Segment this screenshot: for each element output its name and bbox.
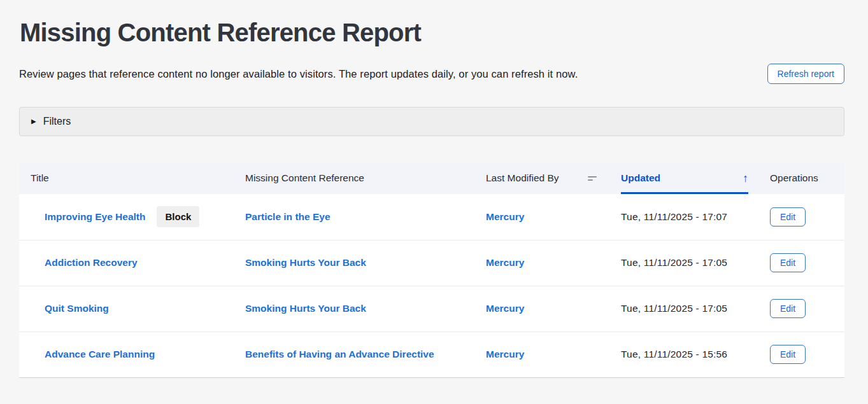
report-table: Title Missing Content Reference Last Mod… [19, 162, 844, 378]
block-badge: Block [157, 206, 199, 227]
author-link[interactable]: Mercury [486, 257, 524, 268]
column-header-operations: Operations [770, 162, 844, 194]
page-title-link[interactable]: Quit Smoking [45, 303, 109, 314]
page-title: Missing Content Reference Report [19, 18, 844, 47]
author-link[interactable]: Mercury [486, 211, 524, 222]
table-row: Quit Smoking Smoking Hurts Your Back Mer… [19, 286, 844, 331]
missing-reference-link[interactable]: Smoking Hurts Your Back [245, 303, 366, 314]
edit-button[interactable]: Edit [770, 207, 806, 226]
page-title-link[interactable]: Addiction Recovery [45, 257, 138, 268]
missing-reference-link[interactable]: Particle in the Eye [245, 211, 331, 222]
edit-button[interactable]: Edit [770, 253, 806, 272]
updated-timestamp: Tue, 11/11/2025 - 17:05 [621, 257, 727, 268]
filters-accordion[interactable]: ▶ Filters [19, 107, 844, 136]
table-row: Advance Care Planning Benefits of Having… [19, 331, 844, 377]
edit-button[interactable]: Edit [770, 345, 806, 364]
column-header-missing-content-reference: Missing Content Reference [245, 162, 486, 194]
edit-button[interactable]: Edit [770, 299, 806, 318]
missing-reference-link[interactable]: Benefits of Having an Advance Directive [245, 349, 434, 359]
active-sort-underline [621, 192, 748, 194]
intro-row: Review pages that reference content no l… [19, 64, 844, 84]
column-header-title: Title [19, 162, 245, 194]
table-row: Addiction Recovery Smoking Hurts Your Ba… [19, 240, 844, 286]
page-content: Missing Content Reference Report Review … [0, 0, 868, 378]
page-description: Review pages that reference content no l… [19, 68, 578, 80]
column-header-updated[interactable]: Updated ↑ [621, 162, 770, 194]
refresh-report-button[interactable]: Refresh report [767, 64, 844, 84]
author-link[interactable]: Mercury [486, 303, 524, 314]
expand-triangle-icon: ▶ [31, 118, 36, 125]
sort-lines-icon[interactable] [588, 176, 597, 181]
page-title-link[interactable]: Improving Eye Health [45, 211, 145, 222]
filters-label: Filters [43, 116, 71, 127]
updated-timestamp: Tue, 11/11/2025 - 17:05 [621, 303, 727, 314]
page-title-link[interactable]: Advance Care Planning [45, 349, 155, 359]
column-header-last-modified-by[interactable]: Last Modified By [486, 162, 621, 194]
table-header-row: Title Missing Content Reference Last Mod… [19, 162, 844, 194]
updated-timestamp: Tue, 11/11/2025 - 17:07 [621, 211, 727, 222]
table-row: Improving Eye HealthBlock Particle in th… [19, 194, 844, 240]
last-modified-by-label: Last Modified By [486, 172, 559, 184]
author-link[interactable]: Mercury [486, 349, 524, 359]
updated-label: Updated [621, 172, 660, 184]
sort-ascending-arrow-icon: ↑ [743, 172, 748, 184]
updated-timestamp: Tue, 11/11/2025 - 15:56 [621, 349, 727, 359]
missing-reference-link[interactable]: Smoking Hurts Your Back [245, 257, 366, 268]
